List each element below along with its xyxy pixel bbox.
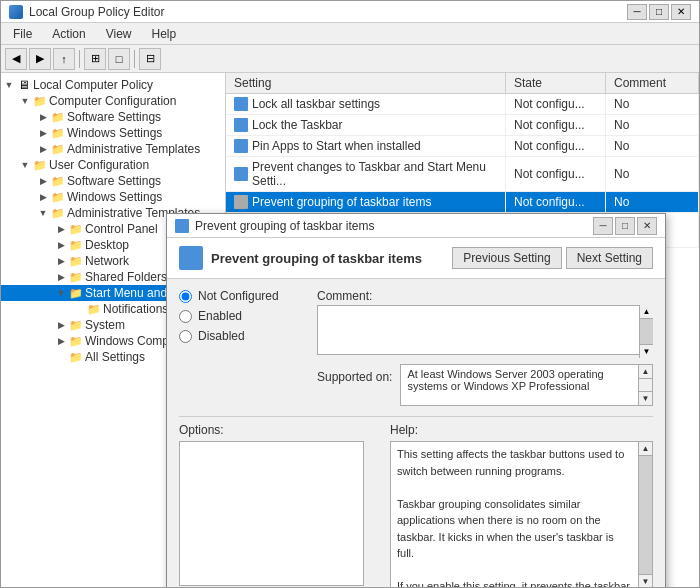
menu-bar: File Action View Help [1,23,699,45]
expand-icon: ▼ [19,95,31,107]
list-header: Setting State Comment [226,73,699,94]
tree-item-software-settings-2[interactable]: ▶ 📁 Software Settings [1,173,225,189]
list-row[interactable]: Prevent changes to Taskbar and Start Men… [226,157,699,192]
radio-disabled[interactable]: Disabled [179,329,309,343]
folder-icon: 📁 [69,222,83,236]
tree-label: Windows Settings [67,126,162,140]
title-controls: ─ □ ✕ [627,4,691,20]
tree-label: Windows Settings [67,190,162,204]
column-setting[interactable]: Setting [226,73,506,93]
computer-icon: 🖥 [17,78,31,92]
list-row-selected[interactable]: Prevent grouping of taskbar items Not co… [226,192,699,213]
help-content: This setting affects the taskbar buttons… [397,446,646,587]
radio-not-configured[interactable]: Not Configured [179,289,309,303]
radio-not-configured-input[interactable] [179,290,192,303]
scroll-up[interactable]: ▲ [640,305,653,319]
comment-scrollbar[interactable]: ▲ ▼ [639,305,653,358]
expand-icon: ▼ [37,207,49,219]
supported-row: Supported on: At least Windows Server 20… [317,364,653,406]
dialog-icon [175,219,189,233]
scroll-down[interactable]: ▼ [640,344,653,358]
folder-icon: 📁 [33,94,47,108]
expand-icon: ▼ [19,159,31,171]
cell-state: Not configu... [506,115,606,135]
main-window: Local Group Policy Editor ─ □ ✕ File Act… [0,0,700,588]
next-setting-button[interactable]: Next Setting [566,247,653,269]
folder-icon: 📁 [69,334,83,348]
help-scrollbar[interactable]: ▲ ▼ [638,442,652,587]
tree-item-windows-settings-1[interactable]: ▶ 📁 Windows Settings [1,125,225,141]
tree-label: All Settings [85,350,145,364]
toolbar: ◀ ▶ ↑ ⊞ □ ⊟ [1,45,699,73]
folder-icon: 📁 [51,206,65,220]
help-text-box: This setting affects the taskbar buttons… [390,441,653,587]
back-button[interactable]: ◀ [5,48,27,70]
tree-label: Administrative Templates [67,142,200,156]
expand-icon: ▶ [37,127,49,139]
dialog-help: Help: This setting affects the taskbar b… [382,423,653,587]
supported-text-box: At least Windows Server 2003 operating s… [400,364,653,406]
menu-file[interactable]: File [9,25,36,43]
folder-icon: 📁 [69,270,83,284]
list-row[interactable]: Pin Apps to Start when installed Not con… [226,136,699,157]
folder-icon: 📁 [51,174,65,188]
dialog-header: Prevent grouping of taskbar items Previo… [167,238,665,279]
show-hide-button[interactable]: ⊞ [84,48,106,70]
dialog-close[interactable]: ✕ [637,217,657,235]
tree-label: Shared Folders [85,270,167,284]
folder-icon: 📁 [87,302,101,316]
dialog-maximize[interactable]: □ [615,217,635,235]
cell-setting: Prevent grouping of taskbar items [226,192,506,212]
tree-item-software-settings-1[interactable]: ▶ 📁 Software Settings [1,109,225,125]
options-label: Options: [179,423,374,437]
tree-item-user-config[interactable]: ▼ 📁 User Configuration [1,157,225,173]
menu-help[interactable]: Help [148,25,181,43]
cell-state: Not configu... [506,192,606,212]
filter-button[interactable]: ⊟ [139,48,161,70]
comment-textarea[interactable] [317,305,653,355]
dialog-main-row: Not Configured Enabled Disabled [179,289,653,406]
tree-item-windows-settings-2[interactable]: ▶ 📁 Windows Settings [1,189,225,205]
cell-state: Not configu... [506,136,606,156]
help-scroll-thumb [639,456,652,574]
menu-action[interactable]: Action [48,25,89,43]
tree-item-local-computer-policy[interactable]: ▼ 🖥 Local Computer Policy [1,77,225,93]
new-window-button[interactable]: □ [108,48,130,70]
radio-disabled-input[interactable] [179,330,192,343]
menu-view[interactable]: View [102,25,136,43]
expand-icon: ▶ [55,319,67,331]
supported-scroll-up[interactable]: ▲ [639,365,652,379]
folder-icon: 📁 [51,110,65,124]
dialog-minimize[interactable]: ─ [593,217,613,235]
column-state[interactable]: State [506,73,606,93]
help-scroll-down[interactable]: ▼ [639,574,652,587]
minimize-button[interactable]: ─ [627,4,647,20]
prev-setting-button[interactable]: Previous Setting [452,247,561,269]
up-button[interactable]: ↑ [53,48,75,70]
cell-setting: Lock the Taskbar [226,115,506,135]
toolbar-sep-1 [79,50,80,68]
list-row[interactable]: Lock all taskbar settings Not configu...… [226,94,699,115]
list-row[interactable]: Lock the Taskbar Not configu... No [226,115,699,136]
help-label: Help: [390,423,653,437]
supported-scrollbar[interactable]: ▲ ▼ [638,365,652,405]
radio-enabled[interactable]: Enabled [179,309,309,323]
expand-icon: ▶ [37,143,49,155]
dialog-title-bar: Prevent grouping of taskbar items ─ □ ✕ [167,214,665,238]
folder-icon: 📁 [69,318,83,332]
maximize-button[interactable]: □ [649,4,669,20]
cell-setting: Pin Apps to Start when installed [226,136,506,156]
forward-button[interactable]: ▶ [29,48,51,70]
expand-icon: ▶ [55,271,67,283]
close-button[interactable]: ✕ [671,4,691,20]
cell-comment: No [606,136,699,156]
supported-scroll-down[interactable]: ▼ [639,391,652,405]
supported-label: Supported on: [317,370,392,384]
folder-icon: 📁 [69,286,83,300]
help-scroll-up[interactable]: ▲ [639,442,652,456]
tree-item-computer-config[interactable]: ▼ 📁 Computer Configuration [1,93,225,109]
dialog-right: Comment: ▲ ▼ Supported on: [317,289,653,406]
column-comment[interactable]: Comment [606,73,699,93]
radio-enabled-input[interactable] [179,310,192,323]
tree-item-admin-templates-1[interactable]: ▶ 📁 Administrative Templates [1,141,225,157]
